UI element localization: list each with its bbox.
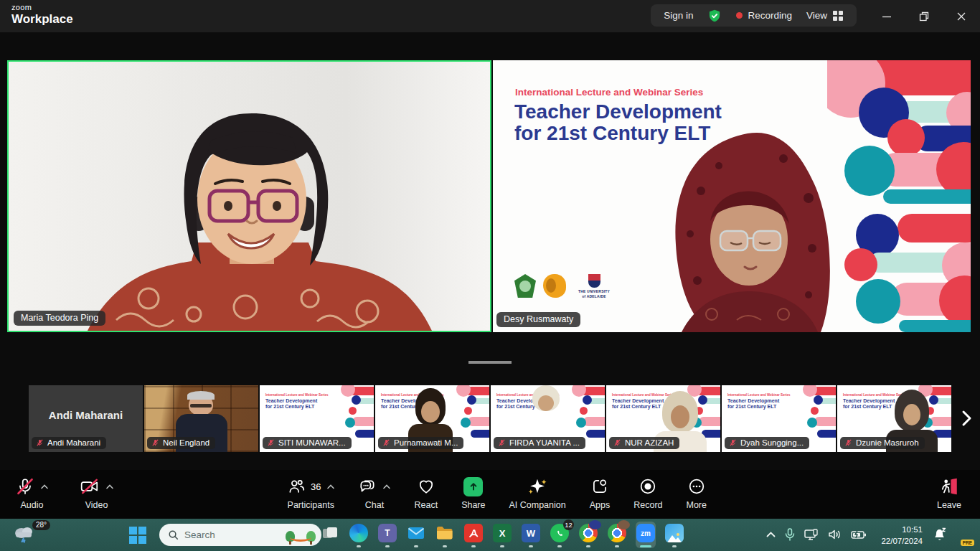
whatsapp-icon[interactable]: 12 [550, 522, 570, 548]
tray-battery-icon[interactable] [851, 526, 867, 543]
filmstrip-thumb-andi[interactable]: Andi Maharani Andi Maharani [29, 385, 143, 452]
slide-series-label: International Lecture and Webinar Series [515, 87, 703, 98]
tray-date: 22/07/2024 [874, 535, 923, 547]
minimize-button[interactable] [868, 0, 905, 32]
share-button[interactable]: Share [461, 476, 485, 510]
tray-volume-icon[interactable] [828, 526, 842, 543]
taskbar-weather-widget[interactable]: 28° [11, 523, 44, 547]
filmstrip-next-button[interactable] [958, 408, 977, 429]
filmstrip-thumb-nur[interactable]: International Lecture and Webinar Series… [606, 385, 720, 452]
camera-muted-icon [80, 477, 100, 496]
participant-name-tag: Desy Rusmawaty [496, 312, 580, 327]
thumb-name-tag: Dzunie Masruroh [840, 437, 925, 449]
meeting-toolbar: Audio Video 36 [0, 470, 980, 519]
chrome-profile1-icon[interactable] [578, 522, 598, 548]
photos-icon[interactable] [664, 522, 684, 548]
windows-taskbar: 28° T [0, 519, 980, 551]
teams-icon[interactable]: T [377, 522, 397, 548]
filmstrip-thumb-dzunie[interactable]: International Lecture and Webinar Series… [837, 385, 951, 452]
sign-in-label: Sign in [664, 10, 693, 21]
university-of-adelaide-logo: THE UNIVERSITY of ADELAIDE [573, 274, 615, 298]
system-tray [766, 526, 867, 543]
audio-button[interactable]: Audio [16, 476, 48, 510]
zoom-workplace-logo: zoom Workplace [11, 4, 73, 25]
thumb-name-tag: Andi Maharani [32, 437, 106, 449]
mic-muted-icon [151, 438, 159, 447]
mic-muted-icon [613, 438, 621, 447]
tray-chevron-up-icon[interactable] [766, 526, 776, 543]
mic-muted-icon [729, 438, 737, 447]
participants-options-chevron[interactable] [327, 484, 334, 489]
whatsapp-badge: 12 [563, 519, 574, 530]
filmstrip-thumb-purnamawati[interactable]: International Lecture and Webinar Series… [375, 385, 489, 452]
filmstrip-resize-handle[interactable] [468, 361, 512, 364]
mail-icon[interactable] [406, 522, 426, 548]
apps-icon [590, 477, 609, 496]
desy-video-illustration [640, 126, 855, 332]
mic-muted-icon [267, 438, 275, 447]
copilot-icon[interactable]: PRE [951, 524, 971, 545]
filmstrip-thumb-siti[interactable]: International Lecture and Webinar Series… [260, 385, 374, 452]
search-seasonal-art [284, 526, 317, 545]
apps-button[interactable]: Apps [590, 476, 611, 510]
audio-options-chevron[interactable] [41, 484, 48, 489]
view-grid-icon [832, 10, 844, 22]
view-button[interactable]: View [806, 10, 844, 22]
share-screen-icon [463, 477, 483, 496]
thumb-name-tag: FIRDA YUANITA ... [494, 437, 585, 449]
react-button[interactable]: React [414, 476, 438, 510]
video-grid: Maria Teodora Ping [7, 60, 971, 332]
ai-companion-button[interactable]: AI Companion [509, 476, 565, 510]
thumb-name-tag: Purnamawati M... [378, 437, 463, 449]
maximize-button[interactable] [905, 0, 943, 32]
start-button[interactable] [129, 527, 146, 544]
mic-muted-icon [16, 477, 34, 496]
titlebar-status-pill: Sign in Recording View [651, 4, 857, 27]
thumb-name-tag: Neil England [147, 437, 215, 449]
excel-icon[interactable]: X [492, 522, 512, 548]
notification-bell-icon[interactable] [933, 527, 946, 542]
record-button[interactable]: Record [633, 476, 662, 510]
tray-display-icon[interactable] [804, 526, 819, 543]
filmstrip-thumb-neil[interactable]: Neil England [144, 385, 258, 452]
university-logo-orange-icon [543, 274, 566, 298]
zoom-app-icon[interactable]: zm [636, 522, 656, 548]
more-button[interactable]: More [687, 476, 707, 510]
maria-video-illustration [9, 62, 490, 331]
task-view-icon[interactable] [320, 522, 340, 548]
file-explorer-icon[interactable] [435, 522, 455, 548]
filmstrip-thumb-dyah[interactable]: International Lecture and Webinar Series… [722, 385, 836, 452]
thumb-name-tag: SITI MUNAWAR... [263, 437, 352, 449]
security-shield-icon[interactable] [707, 9, 722, 23]
chat-icon [358, 477, 377, 496]
participants-button[interactable]: 36 Participants [287, 476, 334, 510]
mic-muted-icon [382, 438, 390, 447]
edge-browser-icon[interactable] [349, 522, 369, 548]
video-button[interactable]: Video [80, 476, 113, 510]
video-tile-maria[interactable]: Maria Teodora Ping [7, 60, 491, 332]
chrome-profile2-icon[interactable] [607, 522, 627, 548]
taskbar-search[interactable] [159, 524, 321, 546]
brand-workplace: Workplace [11, 13, 73, 25]
taskbar-clock[interactable]: 10:51 22/07/2024 [870, 523, 927, 547]
mic-muted-icon [844, 438, 852, 447]
chat-button[interactable]: Chat [358, 476, 390, 510]
video-options-chevron[interactable] [106, 484, 113, 489]
search-input[interactable] [179, 529, 284, 541]
copilot-preview-badge: PRE [961, 540, 974, 546]
close-button[interactable] [943, 0, 980, 32]
chat-options-chevron[interactable] [383, 484, 390, 489]
word-icon[interactable]: W [521, 522, 541, 548]
video-tile-desy[interactable]: International Lecture and Webinar Series… [493, 60, 971, 332]
adobe-acrobat-icon[interactable] [463, 522, 484, 548]
window-controls [868, 0, 980, 32]
sign-in-button[interactable]: Sign in [664, 10, 693, 21]
brand-zoom: zoom [11, 4, 73, 11]
filmstrip-thumb-firda[interactable]: International Lecture and Webinar Series… [491, 385, 605, 452]
tray-microphone-icon[interactable] [785, 526, 795, 543]
leave-button[interactable]: Leave [937, 476, 961, 510]
recording-label: Recording [748, 10, 792, 21]
tray-time: 10:51 [874, 524, 923, 535]
participants-icon [287, 477, 306, 496]
filmstrip: Andi Maharani Andi Maharani Neil England… [29, 385, 951, 452]
